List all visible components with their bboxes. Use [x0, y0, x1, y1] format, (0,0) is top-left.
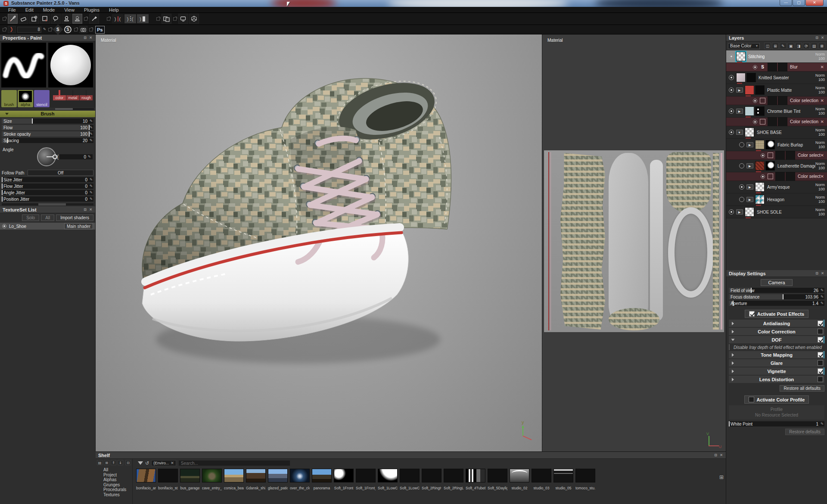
- brush-slider[interactable]: Spacing 20: [2, 138, 93, 143]
- viewport-3d[interactable]: Material: [96, 34, 542, 451]
- layer-blend-mode[interactable]: Norm: [815, 73, 825, 78]
- layer-mask-thumbnail[interactable]: [778, 62, 787, 72]
- layer-mask-thumbnail[interactable]: [746, 73, 756, 82]
- shelf-resource-item[interactable]: Soft_1LowC..: [378, 469, 398, 490]
- visibility-eye-icon[interactable]: [729, 87, 734, 93]
- lazy-mouse-icon[interactable]: [8, 26, 16, 33]
- brush-slider[interactable]: Stroke opacity 100: [2, 131, 93, 137]
- menu-item[interactable]: Plugins: [79, 7, 104, 12]
- layer-opacity[interactable]: 100: [815, 212, 825, 216]
- layer-mask-thumbnail[interactable]: [765, 161, 775, 171]
- viewport-2d[interactable]: Material V U: [542, 34, 726, 451]
- shelf-resource-item[interactable]: Soft_5Daylig..: [488, 469, 507, 490]
- grid-view-icon[interactable]: ⊞: [718, 474, 724, 480]
- shelf-resource-item[interactable]: studio_05: [553, 469, 573, 490]
- layer-mask-thumbnail[interactable]: [778, 96, 787, 106]
- section-checkbox[interactable]: [818, 360, 823, 366]
- search-input[interactable]: [178, 460, 290, 466]
- pen-icon[interactable]: [89, 190, 93, 195]
- panel-float-icon[interactable]: ⊡: [714, 453, 718, 457]
- channel-tab[interactable]: rough: [80, 90, 93, 100]
- layer-blend-mode[interactable]: Norm: [815, 162, 825, 166]
- layer-thumbnail[interactable]: [745, 85, 754, 95]
- resource-thumbnail[interactable]: [422, 469, 441, 482]
- restore-all-defaults-button[interactable]: Restore all defaults: [780, 385, 824, 392]
- update-substance-icon[interactable]: ⟳: [803, 43, 810, 49]
- activate-post-effects-toggle[interactable]: Activate Post Effects: [745, 310, 808, 318]
- visibility-eye-icon[interactable]: [729, 54, 734, 59]
- layer-row[interactable]: Chrome Blue Tint Norm 100 ✕: [726, 105, 827, 118]
- visibility-eye-icon[interactable]: [739, 184, 744, 190]
- material-picker-tool[interactable]: [89, 14, 99, 24]
- resource-tab[interactable]: alpha: [18, 90, 33, 107]
- split-view-icon[interactable]: [162, 14, 171, 24]
- detach-icon[interactable]: [3, 17, 6, 21]
- remove-effect-icon[interactable]: ✕: [821, 153, 827, 158]
- clone-stamp-source-tool[interactable]: [72, 14, 82, 24]
- jitter-slider[interactable]: Position Jitter 0: [2, 196, 93, 202]
- resource-thumbnail[interactable]: [268, 469, 288, 482]
- jitter-slider[interactable]: Size Jitter 0: [2, 177, 93, 182]
- shelf-resource-item[interactable]: Soft_1LowC..: [400, 469, 420, 490]
- shelf-resource-item[interactable]: Soft_4TubeB..: [466, 469, 485, 490]
- pen-icon[interactable]: [820, 288, 824, 293]
- stroke-opacity-field[interactable]: 8: [17, 27, 41, 33]
- menu-item[interactable]: Mode: [38, 7, 60, 12]
- pen-icon[interactable]: [820, 295, 824, 299]
- layer-thumbnail[interactable]: [745, 128, 754, 137]
- pen-icon[interactable]: [42, 27, 47, 32]
- maximize-button[interactable]: ▢: [793, 0, 805, 6]
- panel-float-icon[interactable]: ⊡: [83, 36, 87, 40]
- visibility-eye-icon[interactable]: [729, 109, 734, 114]
- brush-slider[interactable]: Size 10: [2, 118, 93, 124]
- add-fill-layer-icon[interactable]: ⊞: [772, 43, 779, 49]
- brush-section-header[interactable]: Brush: [0, 111, 95, 117]
- visibility-eye-icon[interactable]: [729, 75, 734, 80]
- main-shader-button[interactable]: Main shader: [64, 223, 93, 229]
- add-mask-icon[interactable]: ◨: [795, 43, 802, 49]
- layer-opacity[interactable]: 100: [815, 166, 825, 170]
- symmetry-visibility-icon[interactable]: ): [137, 14, 149, 23]
- checkbox-checked-icon[interactable]: [749, 311, 755, 317]
- shelf-category[interactable]: Textures: [103, 492, 132, 498]
- pen-icon[interactable]: [89, 125, 93, 130]
- layer-row[interactable]: Plastic Matte Norm 100 ✕: [726, 84, 827, 96]
- layer-thumbnail[interactable]: [768, 117, 777, 127]
- remove-effect-icon[interactable]: ✕: [821, 119, 827, 124]
- channel-filter-dropdown[interactable]: Base Color ▾: [728, 43, 760, 49]
- layer-row[interactable]: SHOE SOLE Norm 100 ✕: [726, 206, 827, 218]
- resource-thumbnail[interactable]: [180, 469, 200, 482]
- visibility-eye-icon[interactable]: [739, 197, 744, 202]
- shelf-resource-item[interactable]: Soft_2RingL..: [444, 469, 463, 490]
- layer-row[interactable]: Fabric Burlap Norm 100 ✕: [726, 139, 827, 151]
- layer-opacity[interactable]: 100: [815, 78, 825, 82]
- substance-share-icon[interactable]: S: [64, 26, 72, 33]
- filter-funnel-icon[interactable]: [138, 461, 143, 465]
- pen-icon[interactable]: [89, 184, 93, 189]
- export-resource-icon[interactable]: ⇑: [111, 460, 116, 465]
- post-effect-section[interactable]: Glare: [729, 359, 824, 367]
- resource-thumbnail[interactable]: [466, 469, 485, 482]
- panel-float-icon[interactable]: ⊡: [815, 36, 819, 40]
- remove-filter-icon[interactable]: ✕: [171, 461, 174, 465]
- angle-dial[interactable]: [37, 147, 56, 166]
- jitter-slider[interactable]: Angle Jitter 0: [2, 190, 93, 195]
- camera-field-slider[interactable]: Focus distance 103.96: [729, 294, 824, 299]
- minimize-button[interactable]: —: [780, 0, 792, 6]
- folder-icon[interactable]: [736, 109, 743, 114]
- layer-thumbnail[interactable]: [755, 140, 765, 149]
- jitter-slider[interactable]: Flow Jitter 0: [2, 184, 93, 189]
- shelf-resource-item[interactable]: corsica_beach: [224, 469, 244, 490]
- shelf-resource-item[interactable]: cave_entry_i..: [202, 469, 222, 490]
- layer-thumbnail[interactable]: [775, 172, 785, 181]
- visibility-eye-icon[interactable]: [761, 174, 765, 179]
- layer-blend-mode[interactable]: Norm: [815, 107, 825, 111]
- delete-layer-icon[interactable]: ⊠: [818, 43, 825, 49]
- shelf-resource-item[interactable]: Gdansk_shi..: [246, 469, 266, 490]
- resource-thumbnail[interactable]: [158, 469, 178, 482]
- shelf-resource-item[interactable]: over_the_clo..: [290, 469, 310, 490]
- menu-item[interactable]: View: [59, 7, 79, 12]
- dock-icon[interactable]: ⊡: [125, 460, 131, 465]
- layer-opacity[interactable]: 100: [815, 90, 825, 94]
- all-button[interactable]: All: [41, 215, 54, 221]
